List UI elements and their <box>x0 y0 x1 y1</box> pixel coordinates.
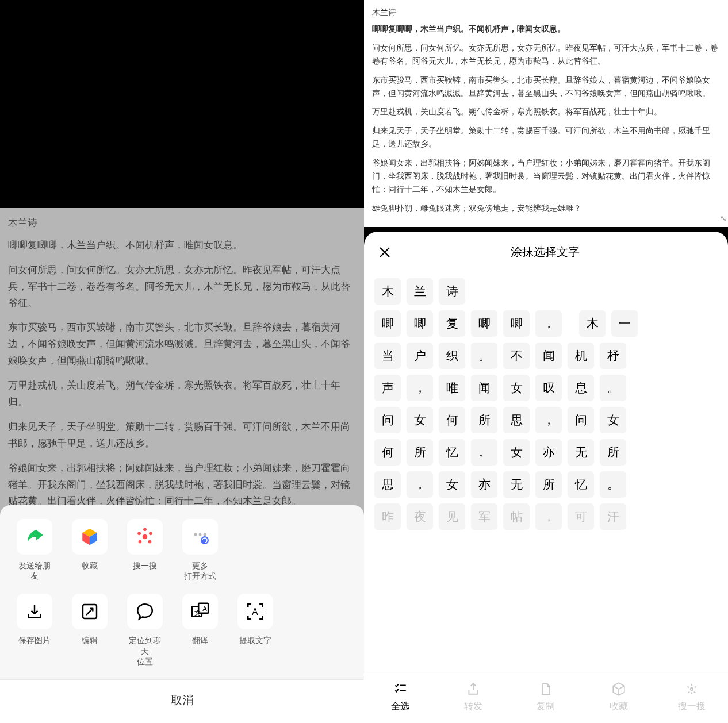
share-row-1: 发送给朋友收藏搜一搜更多 打开方式 <box>0 519 364 581</box>
char-cell[interactable]: 。 <box>471 439 497 466</box>
char-cell[interactable]: 唧 <box>374 310 401 337</box>
char-cell[interactable]: 亦 <box>471 471 497 498</box>
paragraph: 雄兔脚扑朔，雌兔眼迷离；双兔傍地走，安能辨我是雄雌？ <box>372 202 720 216</box>
expand-handle-icon[interactable]: ⤡ <box>720 212 727 226</box>
char-row: 昨夜见军帖，可汗 <box>374 503 718 530</box>
char-cell[interactable]: 见 <box>439 503 465 530</box>
char-cell[interactable]: 兰 <box>407 278 433 305</box>
bb-label: 收藏 <box>610 701 628 713</box>
char-cell[interactable]: 木 <box>579 310 606 337</box>
char-cell[interactable]: ， <box>535 503 562 530</box>
char-cell[interactable]: 不 <box>503 343 530 369</box>
more-open-with-button[interactable]: 更多 打开方式 <box>181 519 220 581</box>
char-cell[interactable]: ， <box>535 407 562 433</box>
char-cell[interactable]: 何 <box>374 439 401 466</box>
bb-label: 转发 <box>464 701 482 713</box>
edit-button[interactable]: 编辑 <box>70 594 109 667</box>
char-cell[interactable]: 女 <box>407 407 433 433</box>
char-cell[interactable]: 亦 <box>535 439 562 466</box>
char-cell[interactable]: 问 <box>568 407 594 433</box>
char-cell[interactable]: 息 <box>568 375 594 401</box>
char-cell[interactable]: 女 <box>439 471 465 498</box>
char-cell[interactable]: 何 <box>439 407 465 433</box>
svg-point-6 <box>194 533 197 536</box>
char-cell[interactable]: 帖 <box>503 503 530 530</box>
char-cell[interactable]: 所 <box>471 407 497 433</box>
char-row: 思，女亦无所忆。 <box>374 471 718 498</box>
cube-icon <box>72 519 108 555</box>
char-cell[interactable]: 所 <box>407 439 433 466</box>
panel-title: 涂抹选择文字 <box>376 244 714 260</box>
right-screenshot: 木兰诗 唧唧复唧唧，木兰当户织。不闻机杼声，唯闻女叹息。问女何所思，问女何所忆。… <box>364 0 728 723</box>
char-cell[interactable]: 。 <box>600 375 626 401</box>
svg-text:文: 文 <box>194 609 201 616</box>
char-cell[interactable]: 复 <box>439 310 465 337</box>
bottom-action-bar: 全选转发复制收藏搜一搜 <box>364 675 728 723</box>
char-cell[interactable]: 女 <box>503 439 530 466</box>
char-cell[interactable]: 。 <box>600 471 626 498</box>
char-cell[interactable]: 问 <box>374 407 401 433</box>
select-all-button[interactable]: 全选 <box>364 681 437 713</box>
char-cell[interactable]: 唧 <box>503 310 530 337</box>
share-label: 编辑 <box>82 635 98 645</box>
char-cell[interactable]: 户 <box>407 343 433 369</box>
extract-text-button[interactable]: A提取文字 <box>236 594 275 667</box>
chat-bubble-icon <box>127 594 163 629</box>
char-cell[interactable]: 唧 <box>471 310 497 337</box>
char-cell[interactable]: 唯 <box>439 375 465 401</box>
char-cell[interactable]: 织 <box>439 343 465 369</box>
char-cell[interactable]: 当 <box>374 343 401 369</box>
char-cell[interactable]: 军 <box>471 503 497 530</box>
char-cell[interactable]: 所 <box>535 471 562 498</box>
char-cell[interactable]: 思 <box>503 407 530 433</box>
char-cell[interactable]: 声 <box>374 375 401 401</box>
char-cell[interactable]: 忆 <box>568 471 594 498</box>
char-cell[interactable]: 闻 <box>535 343 562 369</box>
char-cell[interactable]: 可 <box>568 503 594 530</box>
translate-button[interactable]: A文翻译 <box>181 594 220 667</box>
svg-text:A: A <box>202 605 207 612</box>
char-cell[interactable]: 昨 <box>374 503 401 530</box>
cancel-button[interactable]: 取消 <box>0 679 364 723</box>
svg-point-1 <box>137 532 141 536</box>
send-to-friend-button[interactable]: 发送给朋友 <box>15 519 54 581</box>
char-cell[interactable]: 思 <box>374 471 401 498</box>
char-cell[interactable]: 诗 <box>439 278 465 305</box>
paragraph: 问女何所思，问女何所忆。女亦无所思，女亦无所忆。昨夜见军帖，可汗大点兵，军书十二… <box>372 42 720 68</box>
char-cell[interactable]: 木 <box>374 278 401 305</box>
svg-text:A: A <box>252 607 258 617</box>
char-cell[interactable]: ， <box>535 310 562 337</box>
share-label: 保存图片 <box>18 635 51 645</box>
translate-icon: A文 <box>182 594 218 629</box>
char-cell[interactable]: 无 <box>568 439 594 466</box>
char-cell[interactable]: 杼 <box>600 343 626 369</box>
char-cell[interactable]: 唧 <box>407 310 433 337</box>
text-select-panel: 涂抹选择文字 木兰诗唧唧复唧唧，木一当户织。不闻机杼声，唯闻女叹息。问女何所思，… <box>364 232 728 723</box>
char-cell[interactable]: 女 <box>503 375 530 401</box>
character-grid[interactable]: 木兰诗唧唧复唧唧，木一当户织。不闻机杼声，唯闻女叹息。问女何所思，问女何所忆。女… <box>364 270 728 675</box>
share-label: 发送给朋友 <box>15 560 54 581</box>
char-cell[interactable]: 叹 <box>535 375 562 401</box>
char-cell[interactable]: ， <box>407 471 433 498</box>
share-label: 翻译 <box>192 635 208 645</box>
char-cell[interactable]: 所 <box>600 439 626 466</box>
char-cell[interactable]: ， <box>407 375 433 401</box>
char-row: 唧唧复唧唧，木一 <box>374 310 718 337</box>
char-cell[interactable]: 夜 <box>407 503 433 530</box>
char-cell[interactable]: 女 <box>600 407 626 433</box>
char-cell[interactable]: 汗 <box>600 503 626 530</box>
char-cell[interactable]: 一 <box>611 310 638 337</box>
sou-yi-sou-button[interactable]: 搜一搜 <box>125 519 164 581</box>
save-image-button[interactable]: 保存图片 <box>15 594 54 667</box>
char-row: 木兰诗 <box>374 278 718 305</box>
char-cell[interactable]: 机 <box>568 343 594 369</box>
svg-point-2 <box>149 532 152 536</box>
char-cell[interactable]: 闻 <box>471 375 497 401</box>
favorite-button[interactable]: 收藏 <box>70 519 109 581</box>
forward-button: 转发 <box>437 681 510 713</box>
locate-chat-button[interactable]: 定位到聊天 位置 <box>125 594 164 667</box>
char-cell[interactable]: 。 <box>471 343 497 369</box>
char-cell[interactable]: 无 <box>503 471 530 498</box>
paragraph: 爷娘闻女来，出郭相扶将；阿姊闻妹来，当户理红妆；小弟闻姊来，磨刀霍霍向猪羊。开我… <box>372 157 720 197</box>
char-cell[interactable]: 忆 <box>439 439 465 466</box>
